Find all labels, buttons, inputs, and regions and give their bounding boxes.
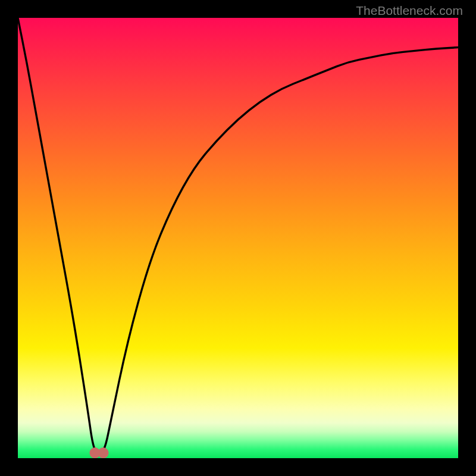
plot-area	[18, 18, 458, 458]
curve-layer	[18, 18, 458, 458]
curve-markers	[90, 447, 109, 458]
watermark-text: TheBottleneck.com	[356, 4, 463, 18]
chart-frame: TheBottleneck.com	[0, 0, 476, 476]
curve-marker	[98, 447, 109, 458]
bottleneck-curve	[18, 18, 458, 454]
